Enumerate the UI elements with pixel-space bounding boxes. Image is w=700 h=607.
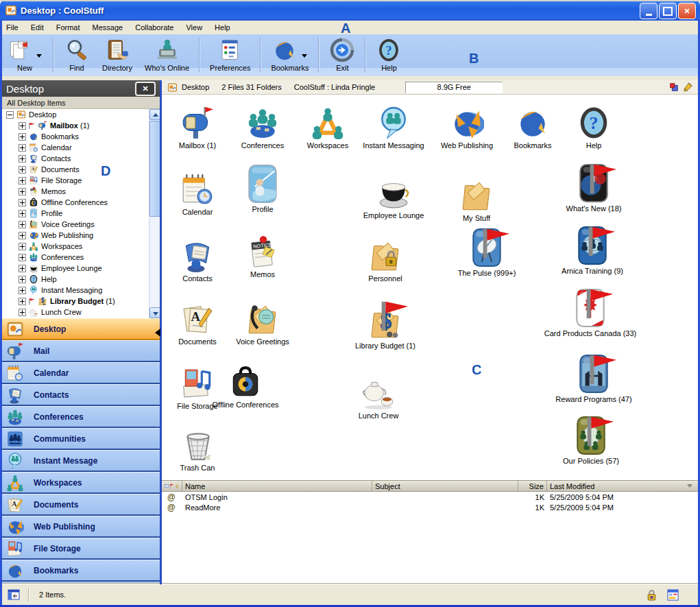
expand-box-icon[interactable] (19, 155, 26, 163)
menu-format[interactable]: Format (50, 21, 86, 34)
tree-item-file-storage[interactable]: File Storage (2, 175, 149, 186)
toolbar-exit-button[interactable]: Exit (323, 38, 361, 72)
dropdown-arrow-icon[interactable] (302, 54, 307, 58)
expand-box-icon[interactable] (19, 188, 26, 195)
nav-mail[interactable]: Mail (2, 340, 160, 362)
tree-item-profile[interactable]: Profile (2, 208, 149, 219)
expand-box-icon[interactable] (19, 221, 26, 228)
tree-item-contacts[interactable]: Contacts (2, 153, 149, 164)
desktop-icon-library-budget-1[interactable]: $ Library Budget (1) (334, 300, 437, 350)
desktop-icon-what-s-new-18[interactable]: What's New (18) (542, 163, 645, 213)
toolbar-help-button[interactable]: ? Help (370, 38, 408, 72)
panel-collapse-handle[interactable] (155, 329, 160, 337)
menu-view[interactable]: View (180, 21, 208, 34)
expand-box-icon[interactable] (19, 265, 26, 272)
tree-item-offline-conferences[interactable]: Offline Conferences (2, 197, 149, 208)
tree-item-lunch-crew[interactable]: Lunch Crew (2, 307, 149, 318)
tree-item-memos[interactable]: NOTICE Memos (2, 186, 149, 197)
collapse-box-icon[interactable] (6, 111, 14, 119)
toolbar-new-button[interactable]: New (0, 38, 49, 72)
sort-arrow-icon[interactable] (687, 484, 692, 488)
nav-file-storage[interactable]: File Storage (2, 538, 160, 560)
toolbar-bookmarks-button[interactable]: Bookmarks (265, 38, 315, 72)
tree-scrollbar[interactable] (149, 109, 160, 318)
nav-conferences[interactable]: Conferences (2, 406, 160, 428)
desktop-icon-personnel[interactable]: Personnel (334, 233, 437, 283)
expand-box-icon[interactable] (19, 166, 26, 174)
scroll-down-button[interactable] (149, 307, 160, 318)
expand-box-icon[interactable] (19, 177, 26, 185)
expand-box-icon[interactable] (19, 309, 26, 316)
nav-contacts[interactable]: Contacts (2, 384, 160, 406)
toolbar-directory-button[interactable]: Directory (96, 38, 138, 72)
desktop-icon-arnica-training-9[interactable]: Arnica Training (9) (541, 226, 644, 275)
expand-box-icon[interactable] (19, 254, 26, 261)
desktop-icon-memos[interactable]: NOTICE Memos (211, 229, 314, 278)
toolbar-find-button[interactable]: Find (58, 38, 96, 72)
desktop-icon-the-pulse-999[interactable]: The Pulse (999+) (435, 228, 538, 277)
expand-box-icon[interactable] (19, 210, 26, 217)
expand-box-icon[interactable] (19, 298, 26, 305)
expand-box-icon[interactable] (19, 276, 26, 283)
tree-item-employee-lounge[interactable]: Employee Lounge (2, 263, 149, 274)
expand-box-icon[interactable] (19, 232, 26, 239)
nav-instant-message[interactable]: Instant Message (2, 450, 160, 472)
tree-item-library-budget[interactable]: $ Library Budget (1) (2, 296, 149, 307)
desktop-icon-trash-can[interactable]: Trash Can (162, 422, 249, 472)
desktop-icon-lunch-crew[interactable]: Lunch Crew (327, 370, 430, 420)
minimize-button[interactable] (640, 3, 657, 19)
nav-calendar[interactable]: Calendar (2, 362, 160, 384)
desktop-icon-offline-conferences[interactable]: Offline Conferences (194, 359, 297, 409)
tree-item-instant-messaging[interactable]: Instant Messaging (2, 285, 149, 296)
panel-close-button[interactable]: ✕ (135, 82, 156, 96)
menu-collaborate[interactable]: Collaborate (129, 21, 180, 34)
tree-item-bookmarks[interactable]: Bookmarks (2, 131, 149, 142)
dropdown-arrow-icon[interactable] (36, 54, 42, 58)
nav-bookmarks[interactable]: Bookmarks (2, 560, 160, 582)
scroll-thumb[interactable] (149, 121, 160, 217)
list-row-readmore[interactable]: @ ReadMore 1K 5/25/2009 5:04 PM (162, 502, 698, 512)
nav-communities[interactable]: Communities (2, 428, 160, 450)
expand-box-icon[interactable] (19, 133, 26, 141)
nav-web-publishing[interactable]: Web Publishing (2, 516, 160, 538)
tree-item-web-publishing[interactable]: Web Publishing (2, 230, 149, 241)
expand-box-icon[interactable] (19, 144, 26, 152)
tree-item-voice-greetings[interactable]: Voice Greetings (2, 219, 149, 230)
desktop-icon-card-products-canada-33[interactable]: Card Products Canada (33) (539, 288, 642, 337)
tree-item-documents[interactable]: A Documents (2, 164, 149, 175)
desktop-icon-reward-programs-47[interactable]: Reward Programs (47) (542, 354, 645, 403)
toolbar-who-s-online-button[interactable]: Who's Online (138, 38, 195, 72)
tree-item-calendar[interactable]: Calendar (2, 142, 149, 153)
pencil-icon[interactable] (683, 82, 692, 92)
menu-edit[interactable]: Edit (25, 21, 50, 34)
column-name[interactable]: Name (182, 481, 372, 491)
column-last-modified[interactable]: Last Modified (547, 481, 698, 491)
close-button[interactable]: ✕ (678, 3, 696, 19)
scroll-up-button[interactable] (149, 109, 160, 120)
menu-help[interactable]: Help (208, 21, 237, 34)
expand-box-icon[interactable] (19, 243, 26, 250)
tree-item-workspaces[interactable]: Workspaces (2, 241, 149, 252)
desktop-icon-help[interactable]: ? Help (542, 100, 645, 150)
window-layout-icon[interactable] (667, 589, 679, 601)
menu-file[interactable]: File (0, 21, 25, 34)
tree-item-desktop[interactable]: Desktop (2, 109, 149, 120)
maximize-button[interactable] (659, 3, 677, 19)
panel-toggle-icon[interactable] (8, 588, 20, 601)
expand-box-icon[interactable] (19, 122, 26, 130)
list-header-icons[interactable] (162, 481, 182, 491)
menu-message[interactable]: Message (86, 21, 130, 34)
column-size[interactable]: Size (518, 481, 547, 491)
list-row-otsm-login[interactable]: @ OTSM Login 1K 5/25/2009 5:04 PM (162, 492, 698, 502)
nav-documents[interactable]: A Documents (2, 494, 160, 516)
desktop-icon-our-policies-57[interactable]: Our Policies (57) (540, 416, 642, 465)
overlap-squares-icon[interactable] (669, 82, 679, 92)
tree-item-conferences[interactable]: Conferences (2, 252, 149, 263)
nav-desktop[interactable]: Desktop (2, 318, 160, 340)
expand-box-icon[interactable] (19, 199, 26, 206)
column-subject[interactable]: Subject (372, 481, 518, 491)
desktop-icon-voice-greetings[interactable]: Voice Greetings (211, 296, 314, 346)
toolbar-preferences-button[interactable]: Preferences (204, 38, 256, 72)
tree-item-help[interactable]: ? Help (2, 274, 149, 285)
desktop-icon-profile[interactable]: Profile (211, 164, 314, 213)
